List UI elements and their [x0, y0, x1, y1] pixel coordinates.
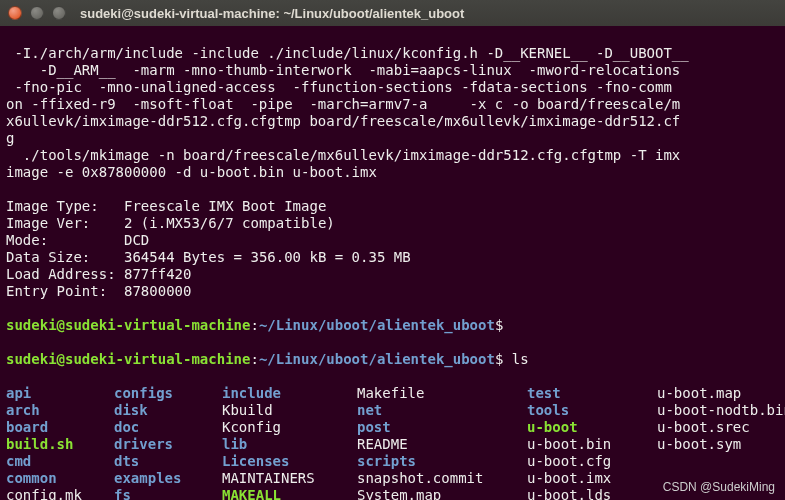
ls-row: archdiskKbuildnettoolsu-boot-nodtb.bin [6, 402, 779, 419]
image-type-value: Freescale IMX Boot Image [124, 198, 326, 214]
image-load-value: 877ff420 [124, 266, 191, 282]
ls-item: lib [222, 436, 357, 453]
image-size-value: 364544 Bytes = 356.00 kB = 0.35 MB [124, 249, 411, 265]
compile-output: -I./arch/arm/include -include ./include/… [6, 45, 779, 181]
ls-item: configs [114, 385, 222, 402]
image-load-label: Load Address: [6, 266, 116, 282]
ls-item: drivers [114, 436, 222, 453]
ls-item: u-boot.imx [527, 470, 657, 487]
ls-item: Licenses [222, 453, 357, 470]
ls-item: u-boot.srec [657, 419, 750, 436]
ls-item: test [527, 385, 657, 402]
ls-item: snapshot.commit [357, 470, 527, 487]
ls-item: config.mk [6, 487, 114, 500]
image-size-label: Data Size: [6, 249, 90, 265]
ls-item: Kbuild [222, 402, 357, 419]
image-type-label: Image Type: [6, 198, 99, 214]
image-ver-value: 2 (i.MX53/6/7 compatible) [124, 215, 335, 231]
image-entry-label: Entry Point: [6, 283, 107, 299]
prompt-path: ~/Linux/uboot/alientek_uboot [259, 317, 495, 333]
minimize-icon[interactable] [30, 6, 44, 20]
ls-item: Kconfig [222, 419, 357, 436]
terminal-output[interactable]: -I./arch/arm/include -include ./include/… [0, 26, 785, 500]
prompt-user-host: sudeki@sudeki-virtual-machine [6, 351, 250, 367]
ls-item: MAKEALL [222, 487, 357, 500]
ls-item: Makefile [357, 385, 527, 402]
window-title: sudeki@sudeki-virtual-machine: ~/Linux/u… [80, 5, 464, 22]
ls-item: System.map [357, 487, 527, 500]
prompt-line-1: sudeki@sudeki-virtual-machine:~/Linux/ub… [6, 317, 779, 334]
maximize-icon[interactable] [52, 6, 66, 20]
ls-item: u-boot.map [657, 385, 741, 402]
ls-item: examples [114, 470, 222, 487]
ls-item: u-boot [527, 419, 657, 436]
ls-item: scripts [357, 453, 527, 470]
prompt-line-2: sudeki@sudeki-virtual-machine:~/Linux/ub… [6, 351, 779, 368]
ls-item: u-boot.lds [527, 487, 657, 500]
watermark: CSDN @SudekiMing [663, 479, 775, 496]
cmd-ls: ls [503, 351, 528, 367]
image-mode-value: DCD [124, 232, 149, 248]
ls-row: boarddocKconfigpostu-bootu-boot.srec [6, 419, 779, 436]
ls-item: MAINTAINERS [222, 470, 357, 487]
image-info-block: Image Type: Freescale IMX Boot Image Ima… [6, 198, 779, 300]
close-icon[interactable] [8, 6, 22, 20]
ls-item: post [357, 419, 527, 436]
window-titlebar: sudeki@sudeki-virtual-machine: ~/Linux/u… [0, 0, 785, 26]
ls-item: doc [114, 419, 222, 436]
ls-row: build.shdriverslibREADMEu-boot.binu-boot… [6, 436, 779, 453]
ls-item: README [357, 436, 527, 453]
ls-item: net [357, 402, 527, 419]
ls-row: apiconfigsincludeMakefiletestu-boot.map [6, 385, 779, 402]
ls-item: build.sh [6, 436, 114, 453]
ls-item: fs [114, 487, 222, 500]
ls-item: u-boot.bin [527, 436, 657, 453]
ls-item: board [6, 419, 114, 436]
ls-item: common [6, 470, 114, 487]
ls-item: dts [114, 453, 222, 470]
ls-item: u-boot.sym [657, 436, 741, 453]
ls-row: cmddtsLicensesscriptsu-boot.cfg [6, 453, 779, 470]
ls-item: u-boot-nodtb.bin [657, 402, 785, 419]
ls-item: u-boot.cfg [527, 453, 657, 470]
ls-item: cmd [6, 453, 114, 470]
image-mode-label: Mode: [6, 232, 48, 248]
ls-item: arch [6, 402, 114, 419]
ls-item: include [222, 385, 357, 402]
prompt-path: ~/Linux/uboot/alientek_uboot [259, 351, 495, 367]
image-entry-value: 87800000 [124, 283, 191, 299]
ls-item: tools [527, 402, 657, 419]
ls-item: disk [114, 402, 222, 419]
prompt-user-host: sudeki@sudeki-virtual-machine [6, 317, 250, 333]
ls-item: api [6, 385, 114, 402]
image-ver-label: Image Ver: [6, 215, 90, 231]
